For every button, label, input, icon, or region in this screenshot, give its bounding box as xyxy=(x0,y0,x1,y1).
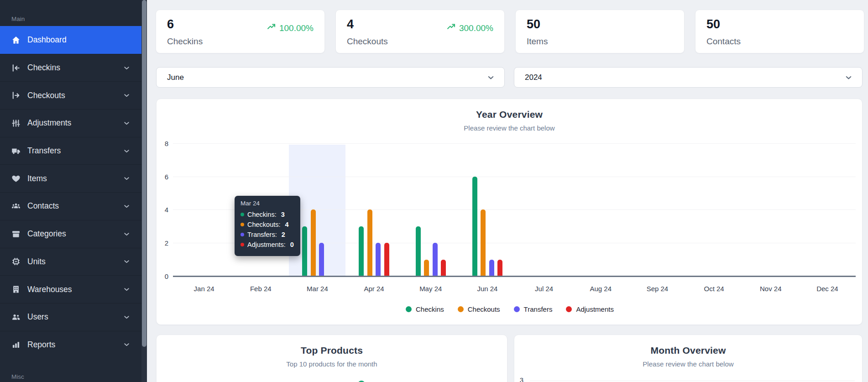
sidebar-scrollbar-thumb[interactable] xyxy=(142,0,146,347)
month-overview-gridline xyxy=(530,381,855,381)
y-axis-tick: 6 xyxy=(157,173,168,180)
year-select-value: 2024 xyxy=(525,73,542,82)
bar-transfers-apr24[interactable] xyxy=(376,243,381,276)
x-axis-line xyxy=(173,276,856,277)
sidebar-item-label: Contacts xyxy=(27,201,59,211)
sidebar-item-label: Categories xyxy=(27,229,66,239)
y-axis-tick: 2 xyxy=(157,239,168,247)
filters-row: June 2024 xyxy=(156,67,863,88)
sidebar-item-adjustments[interactable]: Adjustments xyxy=(0,109,141,137)
y-axis-tick: 4 xyxy=(157,206,168,214)
stat-label: Checkouts xyxy=(347,37,493,47)
main-content: 6Checkins100.00%4Checkouts300.00%50Items… xyxy=(147,0,868,382)
bar-transfers-mar24[interactable] xyxy=(319,243,324,276)
top-products-panel: Top Products Top 10 products for the mon… xyxy=(156,335,507,382)
month-overview-panel: Month Overview Please review the chart b… xyxy=(514,335,863,382)
legend-dot xyxy=(566,306,572,312)
sidebar-item-label: Users xyxy=(27,312,48,322)
gridline xyxy=(173,177,856,177)
bar-adjustments-jun24[interactable] xyxy=(497,260,502,276)
tooltip-series-dot xyxy=(241,223,244,226)
sidebar-item-users[interactable]: Users xyxy=(0,303,141,331)
chevron-down-icon xyxy=(123,258,131,266)
stat-label: Contacts xyxy=(706,37,853,47)
sidebar-item-reports[interactable]: Reports xyxy=(0,331,141,359)
x-axis-label: Jan 24 xyxy=(176,285,232,293)
legend-item-checkouts[interactable]: Checkouts xyxy=(458,305,500,313)
bar-checkouts-mar24[interactable] xyxy=(311,209,316,276)
bar-checkins-may24[interactable] xyxy=(416,226,421,276)
year-overview-title: Year Overview xyxy=(157,109,862,120)
sidebar-item-contacts[interactable]: Contacts xyxy=(0,192,141,220)
chevron-down-icon xyxy=(486,73,495,82)
x-axis-label: Sep 24 xyxy=(629,285,685,293)
y-axis-tick: 0 xyxy=(157,272,168,280)
legend-item-transfers[interactable]: Transfers xyxy=(514,305,553,313)
contacts-icon xyxy=(11,202,21,211)
stat-trend-badge: 100.00% xyxy=(267,22,314,34)
sidebar-item-categories[interactable]: Categories xyxy=(0,220,141,248)
chevron-down-icon xyxy=(123,230,131,238)
sidebar-item-items[interactable]: Items xyxy=(0,164,141,192)
bar-adjustments-apr24[interactable] xyxy=(384,243,389,276)
stat-trend-value: 300.00% xyxy=(459,23,493,33)
bar-transfers-jun24[interactable] xyxy=(489,260,494,276)
sidebar-item-label: Units xyxy=(27,257,46,267)
x-axis-label: Feb 24 xyxy=(232,285,289,293)
month-select-value: June xyxy=(167,73,184,82)
stat-value: 50 xyxy=(706,17,853,31)
y-axis-tick: 8 xyxy=(157,139,168,147)
archive-icon xyxy=(11,230,21,239)
tooltip-series-dot xyxy=(241,213,244,216)
bar-checkouts-apr24[interactable] xyxy=(367,209,372,276)
legend-label: Adjustments xyxy=(576,305,614,313)
heart-icon xyxy=(11,174,21,183)
sidebar-item-label: Adjustments xyxy=(27,118,71,128)
sidebar-item-dashboard[interactable]: Dashboard xyxy=(0,26,141,54)
x-axis-label: Nov 24 xyxy=(743,285,799,293)
legend-item-adjustments[interactable]: Adjustments xyxy=(566,305,614,313)
users-icon xyxy=(11,313,21,322)
sidebar-item-checkouts[interactable]: Checkouts xyxy=(0,81,141,109)
legend-dot xyxy=(458,306,464,312)
chart-tooltip: Mar 24 Checkins: 3Checkouts: 4Transfers:… xyxy=(235,196,300,256)
stat-trend-badge: 300.00% xyxy=(447,22,493,34)
month-overview-title: Month Overview xyxy=(514,345,862,356)
bar-transfers-may24[interactable] xyxy=(433,243,438,276)
chevron-down-icon xyxy=(123,119,131,127)
sidebar-item-warehouses[interactable]: Warehouses xyxy=(0,275,141,303)
tooltip-series-dot xyxy=(241,233,244,236)
bar-adjustments-may24[interactable] xyxy=(441,260,446,276)
warehouse-icon xyxy=(11,285,21,294)
tooltip-row-checkouts: Checkouts: 4 xyxy=(241,220,294,230)
dashboard-screen: Main DashboardCheckinsCheckoutsAdjustmen… xyxy=(0,0,868,382)
x-axis-label: May 24 xyxy=(403,285,459,293)
month-select[interactable]: June xyxy=(156,67,505,88)
bar-checkins-mar24[interactable] xyxy=(302,226,307,276)
tooltip-row-text: Checkouts: xyxy=(247,221,281,228)
sidebar-item-label: Dashboard xyxy=(27,35,67,45)
sidebar-section-main: Main xyxy=(0,0,147,26)
sidebar-item-checkins[interactable]: Checkins xyxy=(0,54,141,82)
sidebar-item-transfers[interactable]: Transfers xyxy=(0,137,141,165)
legend-item-checkins[interactable]: Checkins xyxy=(406,305,444,313)
bar-checkouts-may24[interactable] xyxy=(424,260,429,276)
stat-value: 50 xyxy=(527,17,673,31)
bar-checkouts-jun24[interactable] xyxy=(481,209,486,276)
chevron-down-icon xyxy=(123,147,131,155)
bar-checkins-jun24[interactable] xyxy=(472,177,477,276)
chevron-down-icon xyxy=(123,64,131,72)
bar-checkins-apr24[interactable] xyxy=(359,226,364,276)
x-axis-label: Jul 24 xyxy=(516,285,572,293)
chevron-down-icon xyxy=(123,286,131,293)
stat-trend-value: 100.00% xyxy=(279,23,314,33)
tooltip-row-transfers: Transfers: 2 xyxy=(241,230,294,240)
stat-card-items: 50Items xyxy=(515,10,685,53)
legend-label: Checkins xyxy=(416,305,444,313)
tooltip-row-text: Transfers: xyxy=(247,231,277,238)
trending-up-icon xyxy=(447,22,456,34)
tooltip-row-text: Adjustments: xyxy=(247,241,286,248)
sidebar-item-units[interactable]: Units xyxy=(0,248,141,276)
chevron-down-icon xyxy=(123,92,131,99)
year-select[interactable]: 2024 xyxy=(514,67,863,88)
